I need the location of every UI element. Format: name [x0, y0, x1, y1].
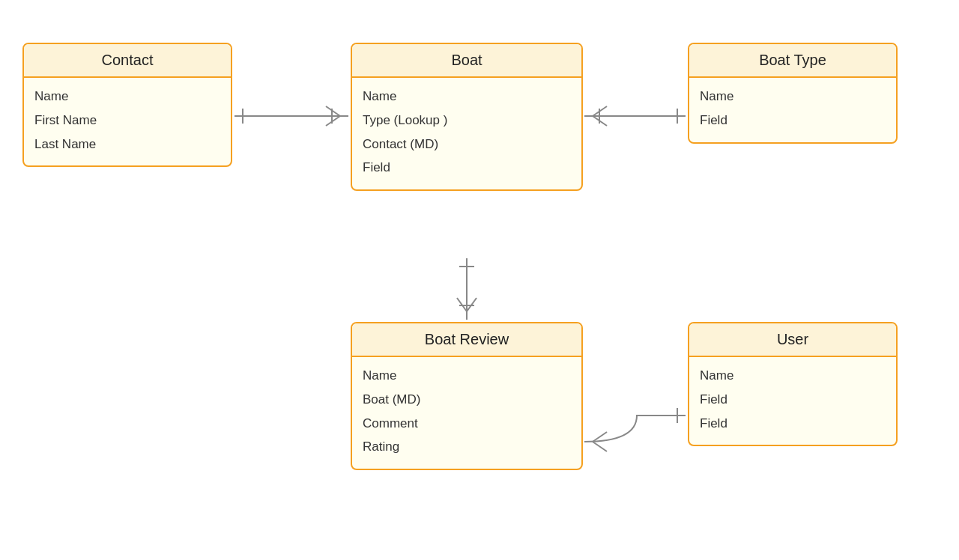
- boat-type-field-name: Name: [700, 84, 886, 108]
- svg-line-12: [457, 298, 467, 311]
- svg-line-6: [593, 106, 607, 116]
- user-table-header: User: [689, 323, 896, 357]
- svg-line-2: [326, 106, 340, 116]
- boat-table-body: Name Type (Lookup ) Contact (MD) Field: [352, 78, 581, 189]
- contact-field-lastname: Last Name: [34, 132, 220, 156]
- boat-review-table: Boat Review Name Boat (MD) Comment Ratin…: [351, 322, 583, 470]
- user-table-body: Name Field Field: [689, 357, 896, 445]
- boat-review-field-name: Name: [363, 363, 571, 387]
- contact-table-body: Name First Name Last Name: [24, 78, 231, 165]
- svg-line-15: [593, 432, 607, 442]
- user-table: User Name Field Field: [688, 322, 898, 446]
- user-field-field1: Field: [700, 387, 886, 411]
- boat-field-contact: Contact (MD): [363, 132, 571, 156]
- svg-line-16: [593, 442, 607, 451]
- boat-table-header: Boat: [352, 44, 581, 78]
- contact-field-firstname: First Name: [34, 108, 220, 132]
- user-field-field2: Field: [700, 411, 886, 435]
- boat-type-table: Boat Type Name Field: [688, 43, 898, 144]
- boat-review-field-comment: Comment: [363, 411, 571, 435]
- boat-type-table-header: Boat Type: [689, 44, 896, 78]
- svg-line-13: [467, 298, 477, 311]
- boat-field-field: Field: [363, 155, 571, 179]
- user-field-name: Name: [700, 363, 886, 387]
- svg-line-7: [593, 116, 607, 126]
- boat-type-field-field: Field: [700, 108, 886, 132]
- boat-field-name: Name: [363, 84, 571, 108]
- boat-field-type: Type (Lookup ): [363, 108, 571, 132]
- contact-table-header: Contact: [24, 44, 231, 78]
- diagram-container: Contact Name First Name Last Name Boat N…: [0, 0, 959, 560]
- boat-review-table-header: Boat Review: [352, 323, 581, 357]
- boat-table: Boat Name Type (Lookup ) Contact (MD) Fi…: [351, 43, 583, 191]
- boat-review-field-rating: Rating: [363, 434, 571, 458]
- contact-table: Contact Name First Name Last Name: [22, 43, 232, 167]
- boat-review-field-boat: Boat (MD): [363, 387, 571, 411]
- svg-line-3: [326, 116, 340, 126]
- boat-type-table-body: Name Field: [689, 78, 896, 142]
- contact-field-name: Name: [34, 84, 220, 108]
- boat-review-table-body: Name Boat (MD) Comment Rating: [352, 357, 581, 469]
